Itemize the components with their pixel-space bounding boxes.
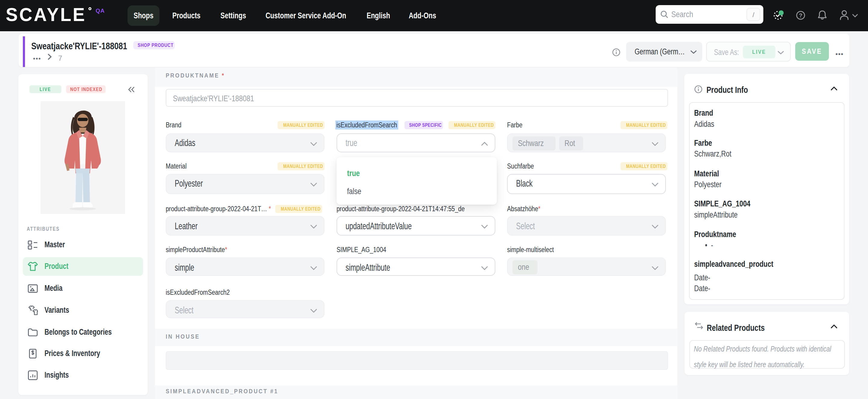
svg-text:?: ? bbox=[799, 12, 802, 18]
